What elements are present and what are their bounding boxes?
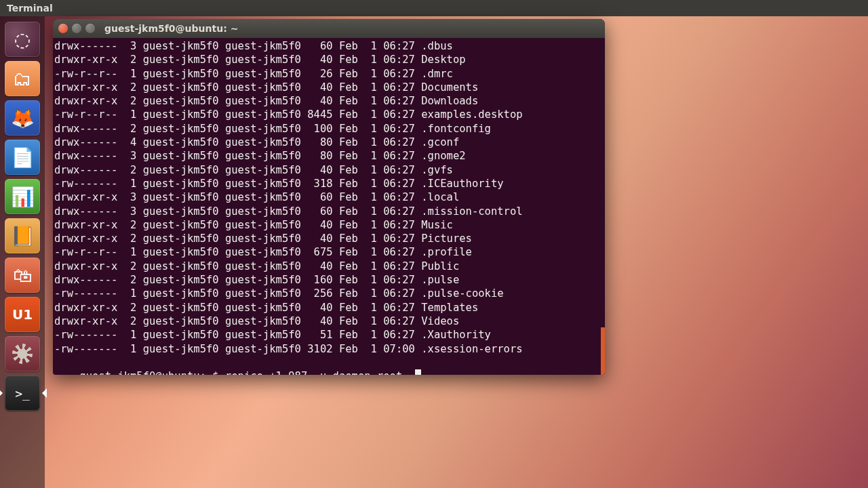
scrollbar-thumb[interactable] (601, 327, 605, 375)
terminal-body[interactable]: drwx------ 3 guest-jkm5f0 guest-jkm5f0 6… (53, 38, 605, 375)
prompt-line[interactable]: guest-jkm5f0@ubuntu:~$ renice +1 987 -u … (79, 370, 415, 375)
gear-icon (12, 344, 33, 364)
calc-icon[interactable]: 📊 (5, 179, 40, 214)
files-icon[interactable]: 🗂 (5, 61, 40, 96)
menubar-app-title: Terminal (7, 3, 53, 14)
close-icon[interactable] (58, 24, 68, 33)
maximize-icon[interactable] (85, 24, 95, 33)
firefox-icon[interactable]: 🦊 (5, 100, 40, 136)
writer-icon[interactable]: 📄 (5, 140, 40, 175)
ubuntuone-icon[interactable]: U1 (5, 297, 40, 332)
minimize-icon[interactable] (72, 24, 81, 33)
unity-launcher: ◌🗂🦊📄📊📙🛍U1>_ (0, 16, 45, 488)
window-title: guest-jkm5f0@ubuntu: ~ (104, 23, 238, 34)
text-cursor (415, 369, 421, 375)
terminal-window: guest-jkm5f0@ubuntu: ~ drwx------ 3 gues… (53, 19, 605, 375)
dash-icon[interactable]: ◌ (5, 22, 40, 57)
settings-icon[interactable] (5, 336, 40, 371)
window-titlebar[interactable]: guest-jkm5f0@ubuntu: ~ (53, 19, 605, 38)
top-menubar[interactable]: Terminal (0, 0, 868, 16)
terminal-icon[interactable]: >_ (5, 375, 40, 411)
software-icon[interactable]: 🛍 (5, 258, 40, 293)
impress-icon[interactable]: 📙 (5, 218, 40, 253)
ls-output: drwx------ 3 guest-jkm5f0 guest-jkm5f0 6… (54, 40, 523, 355)
